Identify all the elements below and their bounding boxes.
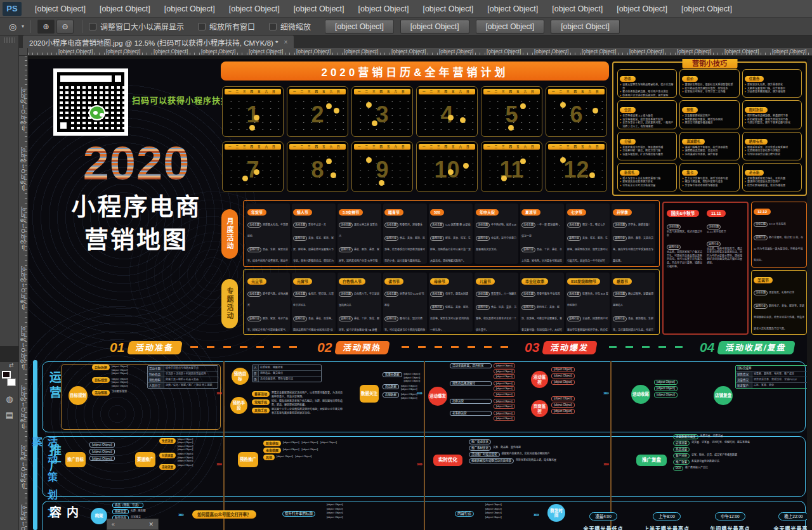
close-icon[interactable]: ✕ — [148, 521, 154, 527]
checkbox[interactable] — [89, 23, 96, 30]
bullet-icon: » — [682, 121, 683, 125]
ops-node: 目标规划 — [92, 377, 110, 383]
menu-item[interactable]: [object Object] — [28, 0, 93, 18]
monitor-item: [object Object] — [551, 373, 575, 378]
timeline-point: 上午8:00 上半天曝光最高点 — [635, 509, 698, 530]
activity-card: 520 活动主题5.20 因爱聚“惠”大促销 适用行业鲜花、美妆、珠宝、生鲜等，… — [429, 204, 473, 264]
tool-button[interactable] — [0, 93, 19, 108]
optimize-note: 将转化率好的商品上调，延长曝光量 — [516, 458, 556, 462]
color-swatches[interactable] — [0, 370, 18, 391]
option-checkbox[interactable]: 细微缩放 — [269, 21, 311, 32]
collapse-icon[interactable]: « — [112, 521, 115, 527]
tool-button[interactable] — [0, 251, 19, 267]
industry-text: 全品类，电商年度狂欢节，通过多类活动预售定金尾款玩法，同时为年终大促蓄水预热，提… — [707, 247, 744, 265]
bullet-icon: » — [620, 94, 621, 98]
menu-item[interactable]: [object Object] — [610, 0, 674, 18]
swap-colors-icon[interactable]: ⇄ — [0, 362, 18, 368]
option-button[interactable]: [object Object] — [325, 20, 394, 34]
collapsed-panel[interactable]: « ✕ — [107, 519, 159, 530]
pgc-value: 拉新获客、唤醒老客 — [259, 365, 284, 370]
checkbox-label: 细微缩放 — [280, 21, 311, 32]
checkbox[interactable] — [198, 23, 206, 30]
means-row: 常规手段 短信、模板消息推送老客户优先触达；社群、朋友圈每日预告造势；新品、爆款… — [252, 399, 353, 406]
tool-button[interactable] — [0, 219, 19, 235]
calendar-dates: 6 — [549, 97, 603, 134]
tool-button[interactable] — [0, 108, 19, 124]
calendar-month-card: 一二三四五六日 1 — [222, 86, 284, 137]
calendar-dates: 12 — [549, 152, 603, 189]
tool-button[interactable] — [0, 156, 19, 172]
menu-item[interactable]: [object Object] — [222, 0, 287, 18]
option-checkbox[interactable]: 缩放所有窗口 — [198, 21, 255, 32]
burst-row: 社群运营 [object Object][object Object] — [450, 399, 531, 410]
tool-button[interactable] — [0, 330, 19, 346]
menu-item[interactable]: [object Object] — [416, 0, 480, 18]
tool-button[interactable] — [0, 204, 19, 219]
document-tab[interactable]: 2020小程序电商营销地图.jpg @ 12.5% (扫码可以获得小程序扶持, … — [23, 36, 294, 49]
tip-text: 分享得卡带动老带新传播裂变 — [685, 184, 718, 188]
data-watch-node: 数据关注 — [360, 385, 379, 403]
menu-item[interactable]: [object Object] — [351, 0, 416, 18]
featured-promo: 11.11 活动主题11.11 剁手狂欢节 适用行业全品类，电商年度狂欢节，通过… — [707, 206, 744, 330]
tool-button[interactable] — [0, 267, 19, 283]
review-row: 新老客户 占比、客单、转化 — [736, 383, 807, 388]
column-divider — [223, 361, 225, 530]
calendar-dates: 7 — [226, 152, 280, 189]
chevron-down-icon[interactable]: ▾ — [22, 23, 24, 29]
calendar-weekdays: 一二三四五六日 — [483, 89, 540, 94]
document-canvas[interactable]: 扫码可以获得小程序扶持 2020 小程序电商 营销地图 2020营销日历&全年营… — [28, 56, 812, 530]
tool-button[interactable] — [0, 314, 19, 330]
close-icon[interactable]: × — [284, 39, 288, 46]
tool-button[interactable] — [0, 299, 19, 314]
send-timeline: 凌晨4:00 全天曝光最低点 上午8:00 上半天曝光最高点 中午12:00 午… — [572, 509, 807, 530]
tool-button[interactable] — [0, 172, 19, 188]
quick-mask-button[interactable]: ◍ — [0, 391, 19, 407]
build-item: [object Object] — [485, 503, 502, 507]
month-number: 1 — [226, 103, 280, 126]
month-number: 6 — [549, 103, 603, 126]
option-button[interactable]: [object Object] — [551, 20, 620, 34]
tool-button[interactable] — [0, 188, 19, 204]
option-button[interactable]: [object Object] — [476, 20, 545, 34]
foreground-color[interactable] — [2, 371, 11, 378]
channel-item: [object Object] — [178, 448, 193, 451]
tool-button[interactable] — [0, 140, 19, 156]
tool-button[interactable] — [0, 45, 19, 61]
title-tip: [object Object] — [327, 503, 451, 507]
checkbox[interactable] — [269, 23, 277, 30]
tip-line: » 分品类发券精准触达，提升核销率 — [745, 90, 799, 94]
menu-item[interactable]: [object Object] — [157, 0, 222, 18]
zoom-in-button[interactable]: ⊕ — [37, 20, 55, 34]
background-color[interactable] — [7, 378, 16, 386]
tip-line: » 会员专享价＋积分，培养复购习惯，一般用户消费 2 次以上，有较强意愿 — [620, 121, 674, 128]
activity-name: 白色情人节 — [339, 278, 365, 285]
panel-grip[interactable] — [4, 37, 15, 43]
tool-button[interactable] — [0, 283, 19, 299]
option-button[interactable]: [object Object] — [400, 20, 469, 34]
menu-item[interactable]: [object Object] — [674, 0, 739, 18]
plan-key: 特价商品 — [148, 372, 164, 377]
bullet-icon: » — [620, 184, 621, 188]
option-checkbox[interactable]: 调整窗口大小以满屏显示 — [89, 21, 184, 32]
screen-mode-button[interactable]: ▤ — [0, 407, 19, 423]
tool-button[interactable] — [0, 77, 19, 93]
review-header: 目标完成率 — [736, 366, 753, 371]
activity-name: 圣诞节 — [754, 277, 773, 283]
menu-item[interactable]: [object Object] — [93, 0, 157, 18]
menu-item[interactable]: [object Object] — [287, 0, 351, 18]
document-title: 2020小程序电商营销地图.jpg @ 12.5% (扫码可以获得小程序扶持, … — [29, 37, 278, 48]
tip-card: 集卡 » 集卡瓜分优惠与奖池，提升活动参与度 » 稀缺卡牌设置，控制中奖率与成本… — [679, 163, 739, 191]
means-label: 蓄客活动 — [252, 391, 270, 397]
tool-button[interactable] — [0, 346, 19, 362]
menu-item[interactable]: [object Object] — [545, 0, 610, 18]
calendar-month-card: 一二三四五六日 2 — [287, 86, 348, 137]
tool-button[interactable] — [0, 61, 19, 77]
ruler-number: [object Object] — [391, 48, 439, 55]
tool-button[interactable] — [0, 235, 19, 251]
menu-item[interactable]: [object Object] — [480, 0, 545, 18]
review-value: 退款退货比率、营销活动、全域PV/UV — [752, 377, 798, 382]
tool-button[interactable] — [0, 124, 19, 140]
data-boxes: 优惠券数据 [object Object][object Object][obj… — [383, 372, 420, 399]
zoom-out-button[interactable]: ⊖ — [56, 20, 74, 34]
ruler-number: [object Object] — [20, 505, 26, 530]
